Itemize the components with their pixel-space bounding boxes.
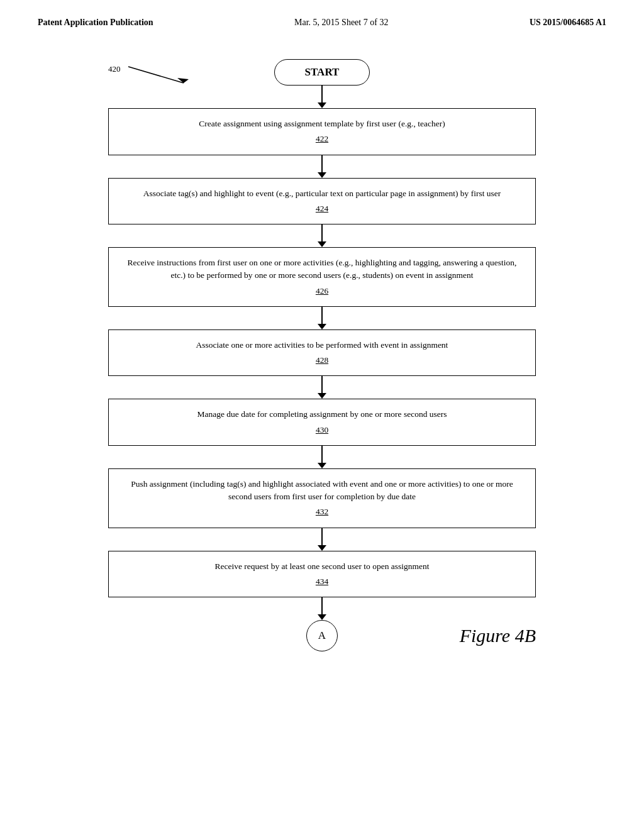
arrow-4	[318, 307, 326, 329]
figure-label: Figure 4B	[460, 625, 536, 646]
box-422: Create assignment using assignment templ…	[108, 108, 536, 155]
arrow-8	[318, 597, 326, 620]
box-430: Manage due date for completing assignmen…	[108, 399, 536, 446]
publication-label: Patent Application Publication	[38, 18, 153, 28]
arrow-6	[318, 446, 326, 468]
arrow-7	[318, 528, 326, 551]
box-428: Associate one or more activities to be p…	[108, 329, 536, 377]
box-432: Push assignment (including tag(s) and hi…	[108, 468, 536, 528]
start-terminal: START	[274, 59, 370, 86]
box-426: Receive instructions from first user on …	[108, 247, 536, 307]
bottom-row: A Figure 4B	[108, 620, 536, 651]
arrow-2	[318, 155, 326, 178]
arrow-3	[318, 224, 326, 247]
arrow-1	[318, 86, 326, 108]
patent-number-label: US 2015/0064685 A1	[530, 18, 606, 28]
flowchart: 420 START Create assignment using assign…	[0, 28, 644, 651]
date-sheet-label: Mar. 5, 2015 Sheet 7 of 32	[294, 18, 388, 28]
connector-a: A	[306, 620, 338, 651]
svg-line-0	[128, 67, 184, 83]
box-434: Receive request by at least one second u…	[108, 551, 536, 598]
svg-marker-1	[177, 78, 189, 83]
label-arrow-svg	[114, 59, 215, 91]
page-header: Patent Application Publication Mar. 5, 2…	[0, 0, 644, 28]
arrow-5	[318, 376, 326, 399]
box-424: Associate tag(s) and highlight to event …	[108, 178, 536, 225]
